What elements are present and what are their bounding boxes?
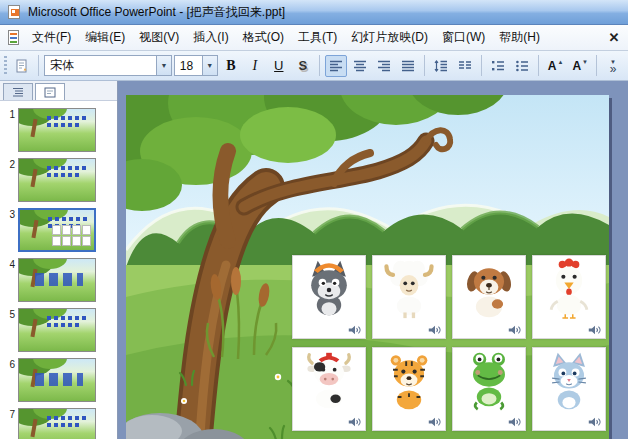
slide-number: 7 [2,408,15,420]
toolbar-grip[interactable] [4,56,7,76]
text-shadow-button[interactable]: S [292,55,314,77]
align-justify-button[interactable] [397,55,419,77]
decrease-font-arrow-icon: ▼ [582,59,588,65]
numbered-list-icon [491,59,505,73]
thumbnail-preview [19,409,95,439]
menu-item-window[interactable]: 窗口(W) [435,25,492,50]
align-right-button[interactable] [373,55,395,77]
slides-tab-icon [44,87,56,98]
speaker-icon[interactable] [508,324,522,336]
thumbnail-preview [19,259,95,301]
speaker-icon[interactable] [428,324,442,336]
font-name-select[interactable]: 宋体 ▼ [44,55,172,76]
menu-item-tools[interactable]: 工具(T) [291,25,344,50]
rooster-card[interactable] [532,255,606,339]
thumbnail-row: 3 [2,208,113,252]
powerpoint-app-icon [6,4,22,20]
decrease-font-button[interactable]: A ▼ [568,55,591,77]
slide-thumbnail-1[interactable] [18,108,96,152]
thumbnail-row: 1 [2,108,113,152]
speaker-icon[interactable] [348,324,362,336]
speaker-icon[interactable] [588,324,602,336]
bullet-list-button[interactable] [511,55,533,77]
menu-item-file[interactable]: 文件(F) [25,25,78,50]
menu-item-help[interactable]: 帮助(H) [492,25,547,50]
menu-item-edit[interactable]: 编辑(E) [78,25,132,50]
font-name-value: 宋体 [45,57,156,74]
thumbnail-preview [20,210,94,250]
presentation-doc-icon [6,30,21,45]
slide-thumbnail-2[interactable] [18,158,96,202]
dog-icon [460,258,518,320]
workspace: 1234567 [0,81,628,439]
title-bar[interactable]: Microsoft Office PowerPoint - [把声音找回来.pp… [0,0,628,25]
align-center-button[interactable] [349,55,371,77]
wolf-card[interactable] [292,255,366,339]
toolbar-options-button[interactable]: ▼ » [602,55,624,77]
slide-thumbnail-4[interactable] [18,258,96,302]
underline-button[interactable]: U [268,55,290,77]
columns-button[interactable] [454,55,476,77]
thumbnail-row: 2 [2,158,113,202]
font-dropdown-icon[interactable]: ▼ [156,56,171,75]
outline-tab-icon [12,87,24,98]
slide-thumbnail-5[interactable] [18,308,96,352]
italic-button[interactable]: I [244,55,266,77]
menu-item-format[interactable]: 格式(O) [236,25,291,50]
panel-tabs [0,81,117,101]
frog-card[interactable] [452,347,526,431]
speaker-icon[interactable] [508,416,522,428]
align-right-icon [377,59,391,73]
outline-tab[interactable] [3,83,33,100]
sheep-card[interactable] [372,255,446,339]
font-size-value: 18 [175,59,202,73]
slide-number: 5 [2,308,15,320]
cow-card[interactable] [292,347,366,431]
align-left-button[interactable] [325,55,347,77]
animal-card-grid [292,255,606,431]
slide-canvas[interactable] [126,95,609,439]
cat-icon [540,350,598,412]
line-spacing-icon [434,59,448,73]
slide-thumbnail-6[interactable] [18,358,96,402]
speaker-icon[interactable] [588,416,602,428]
new-slide-button[interactable] [11,55,33,77]
slide-thumbnail-3[interactable] [18,208,96,252]
font-size-select[interactable]: 18 ▼ [174,55,218,76]
slide-thumbnail-7[interactable] [18,408,96,439]
menu-item-view[interactable]: 视图(V) [132,25,186,50]
menu-item-insert[interactable]: 插入(I) [186,25,235,50]
dog-card[interactable] [452,255,526,339]
speaker-icon[interactable] [348,416,362,428]
slide-number: 2 [2,158,15,170]
thumbnail-row: 7 [2,408,113,439]
line-spacing-button[interactable] [430,55,452,77]
slides-panel: 1234567 [0,81,118,439]
close-icon[interactable]: ✕ [604,29,624,47]
slides-tab[interactable] [35,83,65,100]
toolbar-options-chevron-icon: » [610,66,617,73]
thumbnail-row: 6 [2,358,113,402]
formatting-toolbar: 宋体 ▼ 18 ▼ B I U S [0,51,628,81]
slide-number: 1 [2,108,15,120]
thumbnail-preview [19,109,95,151]
increase-font-button[interactable]: A ▲ [544,55,567,77]
menu-item-slideshow[interactable]: 幻灯片放映(D) [344,25,435,50]
wolf-icon [300,258,358,320]
decrease-font-label: A [572,59,581,73]
tiger-card[interactable] [372,347,446,431]
slide-number: 4 [2,258,15,270]
align-left-icon [329,59,343,73]
tiger-icon [380,350,438,412]
size-dropdown-icon[interactable]: ▼ [202,56,217,75]
menu-bar: 文件(F)编辑(E)视图(V)插入(I)格式(O)工具(T)幻灯片放映(D)窗口… [0,25,628,51]
rooster-icon [540,258,598,320]
numbered-list-button[interactable] [487,55,509,77]
increase-font-arrow-icon: ▲ [557,59,563,65]
cat-card[interactable] [532,347,606,431]
window-title: Microsoft Office PowerPoint - [把声音找回来.pp… [28,4,285,21]
cow-icon [300,350,358,412]
bold-button[interactable]: B [220,55,242,77]
powerpoint-window: Microsoft Office PowerPoint - [把声音找回来.pp… [0,0,628,439]
speaker-icon[interactable] [428,416,442,428]
